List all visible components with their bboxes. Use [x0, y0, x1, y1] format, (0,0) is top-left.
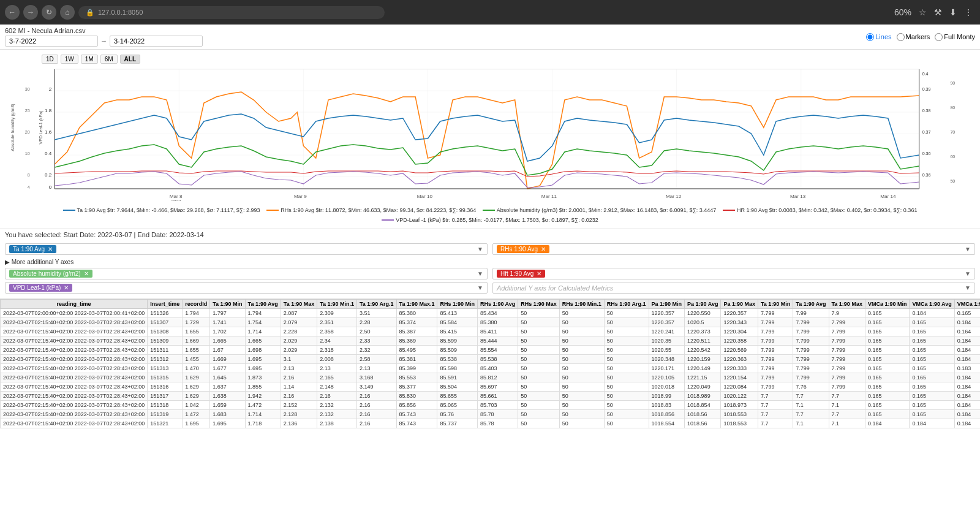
legend-area: Ta 1:90 Avg $tr: 7.9644, $Min: -0.466, $… — [5, 203, 975, 226]
forward-button[interactable]: → — [23, 5, 38, 20]
yaxis-dropdown-calc[interactable]: Additional Y axis for Calculated Metrics… — [492, 283, 975, 294]
data-table: reading_timeInsert_timerecordIdTa 1:90 M… — [0, 299, 980, 428]
table-cell: 85.538 — [437, 355, 478, 364]
date-end-input[interactable] — [110, 36, 203, 47]
table-row: 2022-03-07T02:15:40+02:00 2022-03-07T02:… — [1, 373, 981, 382]
yaxis-row-2: Absolute humidity (g/m2) ✕ ▼ Hft 1:90 Av… — [5, 268, 975, 279]
table-cell: 1.472 — [183, 410, 210, 419]
table-cell: 1.698 — [245, 346, 281, 355]
table-cell: 1220.569 — [721, 346, 758, 355]
table-cell: 85.661 — [477, 392, 518, 401]
table-cell: 2.136 — [281, 419, 317, 428]
zoom-level: 60% — [892, 6, 914, 18]
yaxis-dropdown-hft[interactable]: Hft 1:90 Avg ✕ ▼ — [492, 268, 975, 279]
table-cell: 1.655 — [183, 327, 210, 336]
lines-radio-label[interactable]: Lines — [866, 33, 891, 41]
extensions-icon[interactable]: ⚒ — [932, 6, 944, 18]
remove-abs-icon[interactable]: ✕ — [84, 270, 89, 277]
table-cell: 2.152 — [281, 401, 317, 410]
remove-vpd-icon[interactable]: ✕ — [64, 284, 69, 291]
date-start-input[interactable] — [5, 36, 98, 47]
remove-ta-icon[interactable]: ✕ — [48, 246, 53, 252]
table-cell: 50 — [604, 327, 649, 336]
legend-item-hr: HR 1:90 Avg $tr: 0.0083, $Min: 0.342, $M… — [723, 206, 918, 215]
data-table-section: reading_timeInsert_timerecordIdTa 1:90 M… — [0, 298, 980, 428]
refresh-button[interactable]: ↻ — [42, 5, 56, 20]
star-icon[interactable]: ☆ — [916, 6, 929, 18]
table-cell: 85.504 — [437, 382, 478, 392]
table-header: VMCa 1:90 Min — [865, 300, 910, 309]
table-cell: 0.184 — [954, 382, 980, 392]
table-cell: 2.228 — [281, 327, 317, 336]
table-cell: 0.165 — [865, 346, 910, 355]
security-icon: 🔒 — [86, 9, 94, 17]
table-cell: 2.13 — [357, 364, 397, 373]
table-cell: 1.741 — [210, 318, 245, 327]
table-cell: 1.695 — [245, 364, 281, 373]
table-cell: 1018.553 — [721, 419, 758, 428]
lines-radio[interactable] — [866, 33, 874, 41]
table-cell: 0.165 — [910, 346, 954, 355]
yaxis-row-1: Ta 1:90 Avg ✕ ▼ RHs 1:90 Avg ✕ ▼ — [5, 243, 975, 255]
remove-hft-icon[interactable]: ✕ — [537, 270, 541, 277]
table-cell: 0.165 — [865, 327, 910, 336]
time-btn-1w[interactable]: 1W — [61, 55, 78, 64]
time-btn-1m[interactable]: 1M — [81, 55, 98, 64]
table-cell: 1220.241 — [649, 327, 685, 336]
download-icon[interactable]: ⬇ — [947, 6, 959, 18]
table-cell: 2.087 — [281, 309, 317, 318]
table-cell: 2022-03-07T02:15:40+02:00 2022-03-07T02:… — [1, 373, 148, 382]
fullmonty-radio-label[interactable]: Full Monty — [935, 33, 975, 41]
table-cell: 151317 — [148, 392, 183, 401]
table-body: 2022-03-07T02:00:00+02:00 2022-03-07T02:… — [1, 309, 981, 428]
table-cell: 0.165 — [865, 382, 910, 392]
markers-radio-label[interactable]: Markers — [897, 33, 930, 41]
legend-item-ta: Ta 1:90 Avg $tr: 7.9644, $Min: -0.466, $… — [63, 206, 260, 215]
yaxis-dropdown-vpd[interactable]: VPD Leaf-1 (kPa) ✕ ▼ — [5, 282, 488, 294]
dropdown-arrow-abs: ▼ — [477, 270, 483, 277]
table-cell: 151326 — [148, 309, 183, 318]
table-cell: 0.165 — [910, 327, 954, 336]
table-cell: 0.165 — [865, 392, 910, 401]
table-cell: 1.655 — [183, 346, 210, 355]
table-cell: 1.873 — [245, 373, 281, 382]
table-cell: 0.164 — [954, 327, 980, 336]
yaxis-section: Ta 1:90 Avg ✕ ▼ RHs 1:90 Avg ✕ ▼ ▶ More … — [0, 241, 980, 298]
table-cell: 7.799 — [758, 336, 793, 346]
menu-icon[interactable]: ⋮ — [962, 6, 975, 18]
svg-text:0.36: 0.36 — [922, 151, 931, 156]
legend-text-hr: HR 1:90 Avg $tr: 0.0083, $Min: 0.342, $M… — [737, 206, 918, 215]
yaxis-dropdown-abs[interactable]: Absolute humidity (g/m2) ✕ ▼ — [5, 268, 488, 279]
markers-radio[interactable] — [897, 33, 905, 41]
table-cell: 2.28 — [357, 318, 397, 327]
legend-color-abs — [483, 210, 495, 211]
table-cell: 1.702 — [210, 327, 245, 336]
svg-text:Mar 10: Mar 10 — [417, 194, 433, 199]
yaxis-dropdown-rhs[interactable]: RHs 1:90 Avg ✕ ▼ — [492, 243, 975, 255]
yaxis-dropdown-ta[interactable]: Ta 1:90 Avg ✕ ▼ — [5, 243, 488, 255]
table-cell: 1020.35 — [649, 336, 685, 346]
table-cell: 1.855 — [245, 382, 281, 392]
address-bar[interactable]: 🔒 127.0.0.1:8050 — [78, 6, 385, 19]
table-cell: 7.799 — [758, 346, 793, 355]
remove-rhs-icon[interactable]: ✕ — [541, 246, 546, 252]
table-cell: 0.165 — [910, 410, 954, 419]
time-btn-6m[interactable]: 6M — [100, 55, 118, 64]
more-yaxes-toggle[interactable]: ▶ More additional Y axes — [5, 257, 975, 267]
svg-text:0.37: 0.37 — [922, 130, 931, 134]
table-cell: 151315 — [148, 373, 183, 382]
home-button[interactable]: ⌂ — [60, 5, 75, 20]
table-cell: 7.76 — [793, 382, 829, 392]
table-cell: 2.351 — [317, 318, 357, 327]
fullmonty-radio[interactable] — [935, 33, 943, 41]
table-cell: 7.799 — [829, 346, 865, 355]
time-btn-all[interactable]: ALL — [120, 55, 140, 64]
table-cell: 1220.373 — [685, 327, 721, 336]
table-cell: 151311 — [148, 346, 183, 355]
table-cell: 1220.171 — [649, 364, 685, 373]
legend-text-vpd: VPD-Leaf -1 (kPa) $tr: 0.285, $Min: -0.0… — [396, 216, 598, 224]
back-button[interactable]: ← — [5, 5, 20, 20]
table-header: Pa 1:90 Min — [649, 300, 685, 309]
table-cell: 7.799 — [758, 373, 793, 382]
time-btn-1d[interactable]: 1D — [42, 55, 58, 64]
